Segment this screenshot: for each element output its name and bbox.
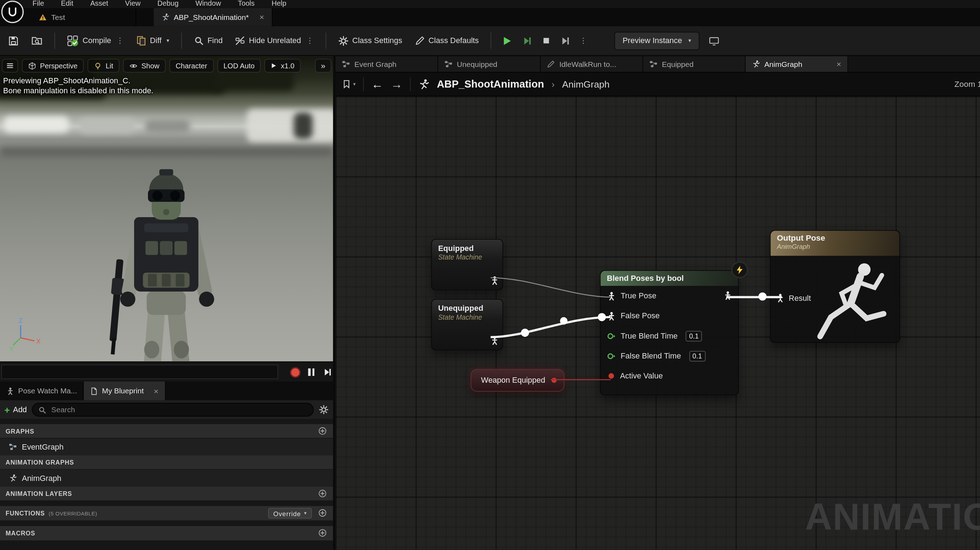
list-item-eventgraph[interactable]: EventGraph bbox=[0, 438, 333, 455]
compile-options-icon[interactable]: ⋮ bbox=[116, 36, 124, 45]
possess-button[interactable] bbox=[559, 30, 572, 51]
add-graph-icon[interactable] bbox=[318, 426, 327, 435]
breadcrumb-root[interactable]: ABP_ShootAnimation bbox=[437, 78, 544, 90]
lit-button[interactable]: Lit bbox=[88, 59, 119, 73]
add-macro-icon[interactable] bbox=[318, 529, 327, 537]
tab-my-blueprint[interactable]: My Blueprint × bbox=[84, 382, 165, 400]
browse-button[interactable] bbox=[28, 30, 46, 51]
debug-filter-button[interactable] bbox=[705, 30, 722, 51]
viewport-overflow-button[interactable]: » bbox=[315, 59, 331, 73]
preview-instance-dropdown[interactable]: Preview Instance ▾ bbox=[614, 32, 699, 50]
close-icon[interactable]: × bbox=[154, 386, 158, 395]
preview-viewport[interactable]: Perspective Lit Show Character LOD Auto bbox=[0, 56, 333, 361]
play-button[interactable] bbox=[500, 30, 514, 51]
tab-test[interactable]: Test bbox=[31, 8, 136, 26]
hide-unrelated-button[interactable]: Hide Unrelated ⋮ bbox=[232, 30, 317, 51]
class-settings-button[interactable]: Class Settings bbox=[335, 30, 405, 51]
list-item-animgraph[interactable]: AnimGraph bbox=[0, 470, 333, 487]
menu-debug[interactable]: Debug bbox=[157, 0, 178, 8]
timeline-scrubber[interactable] bbox=[2, 365, 278, 379]
menu-tools[interactable]: Tools bbox=[238, 0, 255, 8]
true-blend-time-label: True Blend Time bbox=[621, 332, 678, 340]
add-button[interactable]: + Add bbox=[4, 405, 27, 414]
panel-settings-gear-icon[interactable] bbox=[319, 405, 329, 415]
back-button[interactable]: ← bbox=[371, 78, 383, 90]
result-input-pin[interactable] bbox=[775, 293, 785, 303]
play-options-icon[interactable]: ⋮ bbox=[579, 36, 587, 45]
tab-abp-shootanimation[interactable]: ABP_ShootAnimation* × bbox=[154, 8, 272, 26]
bookmark-dropdown[interactable]: ▾ bbox=[342, 80, 356, 89]
graph-tab-event-graph[interactable]: Event Graph bbox=[336, 56, 438, 72]
panel-splitter[interactable] bbox=[333, 56, 336, 550]
step-forward-button[interactable] bbox=[320, 365, 334, 379]
true-blend-time-pin[interactable] bbox=[607, 331, 616, 340]
graph-tab-unequipped[interactable]: Unequipped bbox=[438, 56, 541, 72]
lod-auto-button[interactable]: LOD Auto bbox=[217, 59, 261, 73]
run-icon bbox=[752, 60, 760, 69]
menu-file[interactable]: File bbox=[32, 0, 44, 8]
false-blend-time-pin[interactable] bbox=[607, 351, 616, 360]
node-equipped-state-machine[interactable]: Equipped State Machine bbox=[431, 239, 503, 290]
node-unequipped-state-machine[interactable]: Unequipped State Machine bbox=[431, 299, 503, 350]
section-animation-graphs[interactable]: ANIMATION GRAPHS bbox=[0, 455, 333, 470]
forward-button[interactable]: → bbox=[391, 78, 402, 90]
diff-button[interactable]: Diff ▾ bbox=[133, 30, 172, 51]
pose-output-pin[interactable] bbox=[490, 276, 499, 285]
toolbar-separator bbox=[54, 32, 55, 49]
functions-overridable-count: (5 OVERRIDABLE) bbox=[49, 510, 97, 517]
false-pose-label: False Pose bbox=[621, 311, 660, 320]
stop-button[interactable] bbox=[540, 30, 552, 51]
playback-speed-button[interactable]: x1.0 bbox=[265, 59, 301, 73]
node-output-pose[interactable]: Output Pose AnimGraph Result bbox=[770, 230, 900, 343]
menu-asset[interactable]: Asset bbox=[90, 0, 108, 8]
idlewalkrun-tab-label: IdleWalkRun to... bbox=[560, 60, 616, 69]
record-button[interactable] bbox=[288, 365, 302, 379]
compile-button[interactable]: Compile ⋮ bbox=[64, 30, 127, 51]
false-blend-time-value[interactable]: 0.1 bbox=[689, 351, 705, 361]
class-defaults-button[interactable]: Class Defaults bbox=[412, 30, 482, 51]
node-weapon-equipped-variable[interactable]: Weapon Equipped bbox=[471, 369, 565, 392]
menu-window[interactable]: Window bbox=[195, 0, 221, 8]
section-graphs[interactable]: GRAPHS bbox=[0, 424, 333, 438]
close-icon[interactable]: × bbox=[837, 59, 841, 69]
section-animation-layers[interactable]: ANIMATION LAYERS bbox=[0, 487, 333, 501]
add-animation-layer-icon[interactable] bbox=[318, 489, 327, 498]
override-dropdown[interactable]: Override ▾ bbox=[268, 508, 312, 519]
section-macros[interactable]: MACROS bbox=[0, 526, 333, 541]
find-button[interactable]: Find bbox=[191, 30, 226, 51]
false-pose-input-pin[interactable] bbox=[607, 311, 616, 320]
graph-tab-idlewalkrun[interactable]: IdleWalkRun to... bbox=[541, 56, 643, 72]
node-blend-poses-by-bool[interactable]: Blend Poses by bool True Pose False Pose… bbox=[600, 270, 739, 395]
pose-output-pin[interactable] bbox=[723, 291, 732, 300]
menu-help[interactable]: Help bbox=[271, 0, 286, 8]
true-blend-time-value[interactable]: 0.1 bbox=[686, 331, 702, 341]
toolbar-separator bbox=[181, 32, 182, 49]
unreal-editor-window: File Edit Asset View Debug Window Tools … bbox=[0, 0, 980, 550]
pose-output-pin[interactable] bbox=[490, 336, 499, 345]
section-functions[interactable]: FUNCTIONS (5 OVERRIDABLE) Override ▾ bbox=[0, 506, 333, 521]
breadcrumb-current[interactable]: AnimGraph bbox=[562, 79, 609, 89]
search-input[interactable] bbox=[50, 405, 308, 415]
character-button[interactable]: Character bbox=[169, 59, 213, 73]
node-header: Output Pose AnimGraph bbox=[770, 231, 899, 256]
bool-output-pin[interactable] bbox=[550, 376, 558, 384]
preview-character bbox=[94, 149, 239, 361]
show-label: Show bbox=[142, 62, 160, 69]
save-button[interactable] bbox=[5, 30, 22, 51]
pause-button[interactable] bbox=[304, 365, 318, 379]
close-icon[interactable]: × bbox=[259, 13, 264, 22]
perspective-button[interactable]: Perspective bbox=[22, 59, 84, 73]
menu-view[interactable]: View bbox=[125, 0, 140, 8]
graph-tab-animgraph[interactable]: AnimGraph × bbox=[746, 56, 848, 72]
viewport-menu-button[interactable] bbox=[2, 59, 18, 73]
frame-skip-button[interactable] bbox=[521, 30, 534, 51]
add-function-icon[interactable] bbox=[318, 509, 327, 517]
hide-unrelated-options-icon[interactable]: ⋮ bbox=[306, 36, 313, 45]
active-value-input-pin[interactable] bbox=[607, 371, 616, 381]
true-pose-input-pin[interactable] bbox=[607, 291, 616, 300]
show-button[interactable]: Show bbox=[123, 59, 166, 73]
graph-tab-equipped[interactable]: Equipped bbox=[643, 56, 746, 72]
tab-pose-watch[interactable]: Pose Watch Ma... bbox=[0, 382, 84, 400]
menu-edit[interactable]: Edit bbox=[61, 0, 73, 8]
graph-canvas[interactable]: ANIMATION Equipped State Machine Unequip… bbox=[336, 96, 980, 550]
